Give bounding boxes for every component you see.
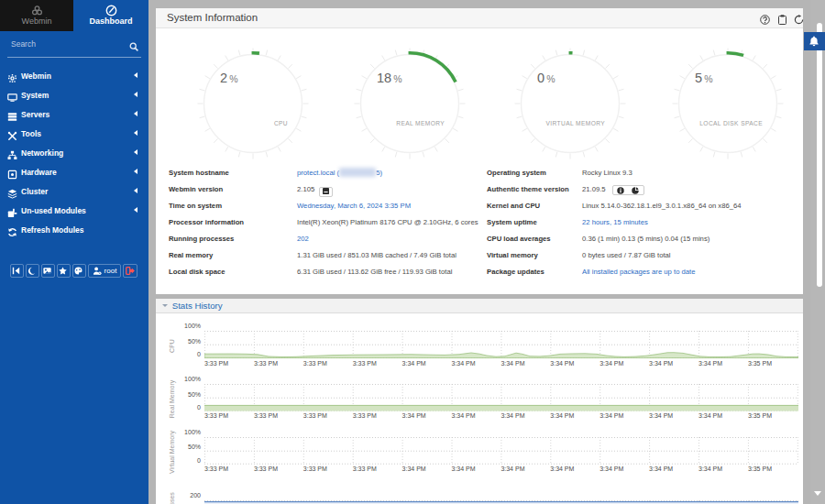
svg-text:REAL MEMORY: REAL MEMORY (396, 120, 445, 126)
svg-text:VIRTUAL MEMORY: VIRTUAL MEMORY (546, 120, 606, 126)
svg-text:LOCAL DISK SPACE: LOCAL DISK SPACE (699, 120, 763, 126)
svg-text:CPU: CPU (274, 120, 288, 126)
svg-text:5 %: 5 % (695, 71, 713, 85)
svg-text:2 %: 2 % (220, 71, 238, 85)
svg-text:18 %: 18 % (377, 71, 402, 85)
svg-text:0 %: 0 % (537, 71, 556, 85)
